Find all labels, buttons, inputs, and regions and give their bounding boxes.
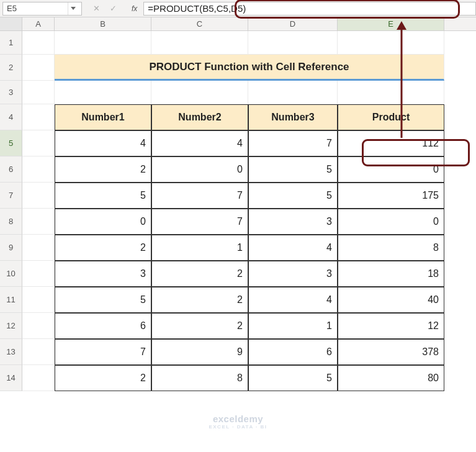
- row-header-11[interactable]: 11: [0, 287, 22, 313]
- cell-e1[interactable]: [338, 31, 444, 55]
- cell-c11[interactable]: 2: [151, 287, 248, 313]
- name-box[interactable]: E5: [2, 2, 82, 16]
- cell-d7[interactable]: 5: [248, 183, 338, 209]
- cell-d12[interactable]: 1: [248, 313, 338, 339]
- cell-b5[interactable]: 4: [55, 130, 151, 156]
- cell-b14[interactable]: 2: [55, 365, 151, 391]
- cell-a7[interactable]: [22, 183, 55, 209]
- row-headers: 1 2 3 4 5 6 7 8 9 10 11 12 13 14: [0, 31, 22, 391]
- row-header-3[interactable]: 3: [0, 81, 22, 104]
- select-all-corner[interactable]: [0, 17, 22, 30]
- header-number1[interactable]: Number1: [55, 104, 151, 130]
- cells-area: PRODUCT Function with Cell Reference Num…: [22, 31, 444, 391]
- cell-e8[interactable]: 0: [338, 209, 444, 235]
- cell-d1[interactable]: [248, 31, 338, 55]
- cell-a13[interactable]: [22, 339, 55, 365]
- cell-a2[interactable]: [22, 55, 55, 81]
- cell-a12[interactable]: [22, 313, 55, 339]
- row-header-12[interactable]: 12: [0, 313, 22, 339]
- cell-e11[interactable]: 40: [338, 287, 444, 313]
- cell-c9[interactable]: 1: [151, 235, 248, 261]
- cell-d8[interactable]: 3: [248, 209, 338, 235]
- cell-c1[interactable]: [151, 31, 248, 55]
- cell-e9[interactable]: 8: [338, 235, 444, 261]
- cell-b12[interactable]: 6: [55, 313, 151, 339]
- cell-a11[interactable]: [22, 287, 55, 313]
- cell-e14[interactable]: 80: [338, 365, 444, 391]
- cell-b6[interactable]: 2: [55, 156, 151, 183]
- table-row: 2 1 4 8: [22, 235, 444, 261]
- row-header-2[interactable]: 2: [0, 55, 22, 81]
- cell-d14[interactable]: 5: [248, 365, 338, 391]
- cell-d3[interactable]: [248, 81, 338, 104]
- cell-c7[interactable]: 7: [151, 183, 248, 209]
- row-header-9[interactable]: 9: [0, 235, 22, 261]
- cell-c8[interactable]: 7: [151, 209, 248, 235]
- cell-e6[interactable]: 0: [338, 156, 444, 183]
- cell-c6[interactable]: 0: [151, 156, 248, 183]
- cell-b10[interactable]: 3: [55, 261, 151, 287]
- cell-e3[interactable]: [338, 81, 444, 104]
- cell-a4[interactable]: [22, 104, 55, 130]
- header-number2[interactable]: Number2: [151, 104, 248, 130]
- cell-c5[interactable]: 4: [151, 130, 248, 156]
- cell-d11[interactable]: 4: [248, 287, 338, 313]
- cell-a5[interactable]: [22, 130, 55, 156]
- cell-d9[interactable]: 4: [248, 235, 338, 261]
- cell-c10[interactable]: 2: [151, 261, 248, 287]
- cell-a8[interactable]: [22, 209, 55, 235]
- cell-b1[interactable]: [55, 31, 151, 55]
- row-header-14[interactable]: 14: [0, 365, 22, 391]
- cell-a9[interactable]: [22, 235, 55, 261]
- row-header-6[interactable]: 6: [0, 156, 22, 183]
- cell-a10[interactable]: [22, 261, 55, 287]
- cell-e5[interactable]: 112: [338, 130, 444, 156]
- cell-a1[interactable]: [22, 31, 55, 55]
- cell-c12[interactable]: 2: [151, 313, 248, 339]
- watermark: exceldemy EXCEL · DATA · BI: [0, 414, 476, 430]
- col-header-b[interactable]: B: [55, 17, 151, 30]
- cell-e7[interactable]: 175: [338, 183, 444, 209]
- formula-text: =PRODUCT(B5,C5,D5): [148, 3, 246, 14]
- cell-a3[interactable]: [22, 81, 55, 104]
- row-header-5[interactable]: 5: [0, 130, 22, 156]
- row-header-8[interactable]: 8: [0, 209, 22, 235]
- col-header-c[interactable]: C: [151, 17, 248, 30]
- cell-b3[interactable]: [55, 81, 151, 104]
- cell-b13[interactable]: 7: [55, 339, 151, 365]
- cancel-icon[interactable]: ✕: [93, 4, 100, 13]
- cell-e13[interactable]: 378: [338, 339, 444, 365]
- cell-e12[interactable]: 12: [338, 313, 444, 339]
- row-header-7[interactable]: 7: [0, 183, 22, 209]
- cell-a14[interactable]: [22, 365, 55, 391]
- cell-b8[interactable]: 0: [55, 209, 151, 235]
- formula-input[interactable]: =PRODUCT(B5,C5,D5): [143, 2, 476, 16]
- cell-c13[interactable]: 9: [151, 339, 248, 365]
- cell-d10[interactable]: 3: [248, 261, 338, 287]
- table-row: 5 7 5 175: [22, 183, 444, 209]
- name-box-dropdown-icon[interactable]: [68, 2, 78, 15]
- col-header-e[interactable]: E: [338, 17, 444, 30]
- header-product[interactable]: Product: [338, 104, 444, 130]
- col-header-d[interactable]: D: [248, 17, 338, 30]
- cell-d5[interactable]: 7: [248, 130, 338, 156]
- cell-b11[interactable]: 5: [55, 287, 151, 313]
- cell-a6[interactable]: [22, 156, 55, 183]
- cell-b7[interactable]: 5: [55, 183, 151, 209]
- row-header-10[interactable]: 10: [0, 261, 22, 287]
- row-header-1[interactable]: 1: [0, 31, 22, 55]
- cell-e10[interactable]: 18: [338, 261, 444, 287]
- row-header-13[interactable]: 13: [0, 339, 22, 365]
- row-header-4[interactable]: 4: [0, 104, 22, 130]
- cell-d6[interactable]: 5: [248, 156, 338, 183]
- title-cell[interactable]: PRODUCT Function with Cell Reference: [55, 55, 444, 81]
- cell-b9[interactable]: 2: [55, 235, 151, 261]
- fx-icon[interactable]: fx: [132, 4, 137, 13]
- cell-d13[interactable]: 6: [248, 339, 338, 365]
- table-row: 2 8 5 80: [22, 365, 444, 391]
- col-header-a[interactable]: A: [22, 17, 55, 30]
- header-number3[interactable]: Number3: [248, 104, 338, 130]
- cell-c3[interactable]: [151, 81, 248, 104]
- confirm-icon[interactable]: ✓: [110, 4, 117, 13]
- cell-c14[interactable]: 8: [151, 365, 248, 391]
